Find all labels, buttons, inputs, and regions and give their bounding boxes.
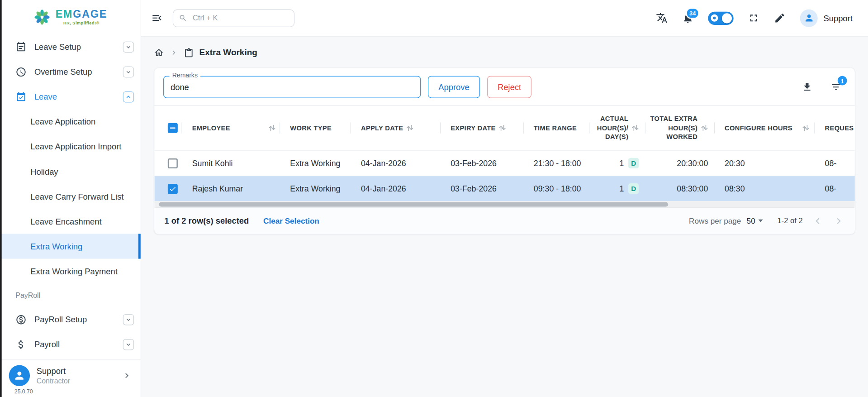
column-header-work-type[interactable]: WORK TYPE (280, 106, 351, 150)
sort-icon[interactable] (407, 124, 414, 133)
cell-work-type: Extra Working (280, 176, 351, 201)
global-search[interactable] (173, 9, 294, 27)
sidebar-item-payroll-setup[interactable]: PayRoll Setup (0, 307, 141, 332)
calendar-check-icon (15, 91, 26, 102)
column-header-expiry-date[interactable]: EXPIRY DATE (441, 106, 524, 150)
sort-icon[interactable] (631, 124, 639, 133)
expand-payroll-setup-button[interactable] (123, 314, 134, 325)
sidebar-item-leave-carry-forward-list[interactable]: Leave Carry Forward List (0, 184, 141, 209)
table-row[interactable]: Sumit Kohli Extra Working 04-Jan-2026 03… (154, 150, 854, 176)
cell-total-extra: 08:30:00 (645, 176, 715, 201)
topbar: 34 Support (141, 0, 868, 37)
sidebar-item-leave-application-import[interactable]: Leave Application Import (0, 134, 141, 159)
pagination-range-text: 1-2 of 2 (778, 217, 803, 225)
sidebar-item-leave[interactable]: Leave (0, 84, 141, 109)
column-header-apply-date[interactable]: APPLY DATE (351, 106, 441, 150)
column-header-total-extra-hours[interactable]: TOTAL EXTRA HOUR(S) WORKED (645, 106, 715, 150)
download-icon (802, 81, 812, 92)
column-header-employee[interactable]: EMPLOYEE (182, 106, 280, 150)
expand-payroll-button[interactable] (123, 339, 134, 349)
sidebar-item-leave-application[interactable]: Leave Application (0, 109, 141, 134)
search-input[interactable] (191, 13, 288, 23)
column-label: EXPIRY DATE (451, 124, 495, 132)
sort-icon[interactable] (269, 124, 276, 133)
expand-leave-setup-button[interactable] (123, 41, 134, 52)
sidebar-item-label: Leave (34, 92, 57, 101)
horizontal-scrollbar[interactable] (154, 201, 854, 207)
calendar-note-icon (15, 41, 26, 52)
menu-open-icon (151, 12, 163, 24)
toggle-status-icon (711, 14, 718, 22)
search-icon (179, 14, 187, 22)
brand-name-gage: GAGE (73, 8, 107, 20)
checkin-toggle[interactable] (708, 11, 734, 24)
page-title: Extra Working (199, 48, 257, 57)
home-icon[interactable] (154, 48, 164, 57)
brand-name-em: EM (56, 8, 73, 20)
sidebar-item-payroll[interactable]: Payroll (0, 332, 141, 357)
rows-per-page-select[interactable]: 50 (747, 216, 763, 225)
sort-icon[interactable] (802, 124, 809, 133)
sidebar-section-payroll: PayRoll (0, 284, 141, 307)
column-header-actual-hours[interactable]: ACTUAL HOUR(S)/ DAY(S) (590, 106, 645, 150)
column-header-configure-hours[interactable]: CONFIGURE HOURS (715, 106, 815, 150)
sidebar-item-label: PayRoll Setup (34, 315, 87, 324)
cell-time-range: 09:30 - 18:00 (524, 176, 590, 201)
pen-icon (774, 12, 786, 24)
selection-count-text: 1 of 2 row(s) selected (164, 216, 249, 225)
brand-tagline: HR, Simplified!® (56, 20, 107, 25)
remarks-input[interactable] (164, 77, 420, 98)
sidebar-item-extra-working-payment[interactable]: Extra Working Payment (0, 259, 141, 284)
next-page-button[interactable] (833, 215, 845, 227)
sidebar-item-extra-working[interactable]: Extra Working (0, 234, 141, 258)
fullscreen-button[interactable] (748, 12, 760, 24)
column-label: CONFIGURE HOURS (725, 124, 792, 132)
sidebar-item-label: Leave Setup (34, 42, 81, 52)
clear-selection-link[interactable]: Clear Selection (260, 216, 323, 226)
user-menu[interactable]: Support (800, 9, 853, 27)
column-header-request[interactable]: REQUES (815, 106, 855, 150)
rows-per-page-label: Rows per page (689, 216, 741, 225)
previous-page-button[interactable] (811, 215, 824, 227)
cell-employee: Sumit Kohli (182, 151, 280, 176)
caret-down-icon (759, 220, 763, 222)
column-header-time-range[interactable]: TIME RANGE (524, 106, 590, 150)
language-button[interactable] (656, 12, 668, 24)
cell-apply-date: 04-Jan-2026 (351, 151, 441, 176)
sort-icon[interactable] (701, 124, 708, 133)
select-all-checkbox[interactable] (168, 123, 178, 133)
expand-overtime-setup-button[interactable] (123, 66, 134, 77)
announcement-button[interactable] (774, 12, 786, 24)
collapse-sidebar-button[interactable] (151, 12, 163, 24)
table-row[interactable]: Rajesh Kumar Extra Working 04-Jan-2026 0… (154, 176, 854, 201)
reject-button[interactable]: Reject (487, 76, 532, 98)
sort-icon[interactable] (499, 124, 506, 133)
brand-name: EMGAGE (56, 9, 107, 19)
sidebar-item-leave-setup[interactable]: Leave Setup (0, 34, 141, 59)
sidebar-item-leave-encashment[interactable]: Leave Encashment (0, 209, 141, 234)
row-checkbox[interactable] (168, 184, 178, 194)
clock-icon (15, 66, 26, 77)
app-version: 25.0.70 (0, 387, 141, 397)
sidebar-item-overtime-setup[interactable]: Overtime Setup (0, 59, 141, 84)
remarks-field: Remarks (163, 76, 421, 98)
row-checkbox[interactable] (168, 158, 178, 168)
column-label: WORK TYPE (290, 124, 332, 132)
sidebar-nav: Leave Setup Overtime Setup Leave Leave A… (0, 34, 141, 359)
day-unit-badge: D (628, 158, 639, 168)
cell-work-type: Extra Working (280, 151, 351, 176)
download-button[interactable] (802, 81, 812, 92)
chevron-down-icon (124, 340, 132, 348)
breadcrumb: Extra Working (154, 48, 855, 57)
chevron-right-icon (833, 215, 845, 227)
approve-button[interactable]: Approve (428, 76, 480, 98)
sidebar-profile[interactable]: Support Contractor (0, 359, 141, 387)
actual-value: 1 (619, 159, 624, 168)
person-icon (13, 369, 25, 382)
scrollbar-thumb[interactable] (159, 202, 668, 206)
profile-role: Contractor (37, 377, 70, 385)
cell-time-range: 21:30 - 18:00 (524, 151, 590, 176)
collapse-leave-button[interactable] (123, 91, 134, 102)
day-unit-badge: D (628, 183, 639, 194)
sidebar-item-holiday[interactable]: Holiday (0, 159, 141, 184)
